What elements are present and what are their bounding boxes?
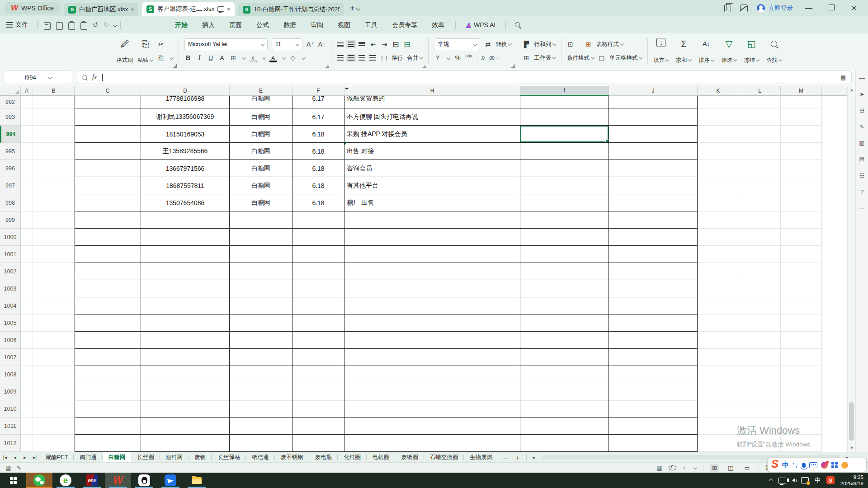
vertical-scrollbar[interactable]: ▲ ▼: [847, 86, 855, 452]
cell-K1005[interactable]: [698, 314, 739, 332]
strikethrough-button[interactable]: A: [218, 54, 226, 61]
sheet-tab-纸信通[interactable]: 纸信通: [246, 452, 275, 462]
align-center-icon[interactable]: [348, 55, 354, 61]
form-tool-icon[interactable]: ▤: [840, 74, 846, 81]
cell-K1012[interactable]: [698, 435, 739, 452]
taskbar-wechat[interactable]: [26, 473, 52, 488]
borders-button[interactable]: ⊞: [230, 54, 237, 61]
cell-B1004[interactable]: [33, 297, 75, 314]
cell-E1010[interactable]: [230, 400, 292, 418]
cell-I1005[interactable]: [520, 314, 609, 332]
cell-C1011[interactable]: [75, 418, 141, 435]
cell-M1010[interactable]: [781, 400, 822, 418]
cell-D1010[interactable]: [141, 400, 230, 418]
sidebar-help-icon[interactable]: ?: [860, 189, 863, 195]
sogou-ime-toolbar[interactable]: S 中 ’，: [768, 458, 866, 472]
cell-J1012[interactable]: [609, 435, 698, 452]
cell-C1000[interactable]: [75, 229, 141, 246]
cell-J1009[interactable]: [609, 383, 698, 400]
cell-C996[interactable]: [75, 160, 141, 177]
save-icon[interactable]: [44, 22, 51, 30]
ime-chinese-mode-icon[interactable]: 中: [782, 461, 789, 469]
tray-expand-icon[interactable]: [769, 478, 773, 483]
cell-I1007[interactable]: [520, 349, 609, 366]
cell-I994[interactable]: [520, 126, 609, 143]
cell-K996[interactable]: [698, 160, 739, 177]
cell-C998[interactable]: [75, 194, 141, 211]
cell-B1009[interactable]: [33, 383, 75, 400]
tab-视图[interactable]: 视图: [330, 16, 358, 33]
cut-icon[interactable]: ✂: [157, 41, 165, 48]
cell-F1001[interactable]: [292, 246, 344, 263]
cell-M993[interactable]: [781, 108, 822, 126]
column-header-F[interactable]: F◂▸: [292, 86, 344, 96]
more-sheets-button[interactable]: …: [498, 454, 511, 460]
row-header-1003[interactable]: 1003: [0, 280, 21, 297]
indent-decrease-icon[interactable]: ⇤: [369, 41, 377, 48]
cell-B1010[interactable]: [33, 400, 75, 418]
sheet-tab-废钢[interactable]: 废钢: [189, 452, 212, 462]
column-header-L[interactable]: L: [739, 86, 781, 96]
table-style-button[interactable]: 表格样式: [596, 41, 623, 48]
cell-J1010[interactable]: [609, 400, 698, 418]
cell-J998[interactable]: [609, 194, 698, 211]
cell-F995[interactable]: 6.18: [292, 143, 344, 160]
cell-I1001[interactable]: [520, 246, 609, 263]
new-tab-button[interactable]: +: [349, 3, 355, 14]
cell-K1006[interactable]: [698, 332, 739, 349]
document-tab[interactable]: S客户跟踪表-运二.xlsx: [142, 2, 235, 16]
increase-font-icon[interactable]: A⁺: [307, 41, 314, 48]
cell-A994[interactable]: [21, 126, 33, 143]
fill-handle[interactable]: [605, 139, 609, 143]
bold-button[interactable]: B: [184, 54, 192, 61]
sheet-tab-长丝驿站[interactable]: 长丝驿站: [212, 452, 246, 462]
cell-M1007[interactable]: [781, 349, 822, 366]
cell-J1007[interactable]: [609, 349, 698, 366]
cell-F1004[interactable]: [292, 297, 344, 314]
cell-D999[interactable]: [141, 211, 230, 229]
cell-L997[interactable]: [739, 177, 781, 194]
underline-button[interactable]: U: [207, 54, 214, 61]
cell-C999[interactable]: [75, 211, 141, 229]
cell-D1001[interactable]: [141, 246, 230, 263]
cell-D1003[interactable]: [141, 280, 230, 297]
cell-E1004[interactable]: [230, 297, 292, 314]
cell-D994[interactable]: 18150169053: [141, 126, 230, 143]
sheet-tab-废不锈钢[interactable]: 废不锈钢: [275, 452, 309, 462]
sidebar-panels-icon[interactable]: ⊟: [859, 108, 864, 114]
cell-D1009[interactable]: [141, 383, 230, 400]
cell-B998[interactable]: [33, 194, 75, 211]
cell-E994[interactable]: 白糖网: [230, 126, 292, 143]
cell-B1011[interactable]: [33, 418, 75, 435]
ribbon-search[interactable]: [509, 21, 525, 28]
cell-F994[interactable]: 6.18: [292, 126, 344, 143]
taskbar-file-explorer[interactable]: [184, 473, 210, 488]
cell-F1007[interactable]: [292, 349, 344, 366]
filter-button[interactable]: ▽ 筛选: [721, 38, 736, 64]
cell-M1000[interactable]: [781, 229, 822, 246]
cell-J1008[interactable]: [609, 366, 698, 383]
cell-E1007[interactable]: [230, 349, 292, 366]
currency-button[interactable]: ¥: [434, 54, 441, 61]
tab-list-chevron-icon[interactable]: [356, 6, 360, 10]
number-dialog-launcher[interactable]: [511, 64, 515, 68]
cell-M1006[interactable]: [781, 332, 822, 349]
cell-K1010[interactable]: [698, 400, 739, 418]
network-icon[interactable]: [778, 478, 786, 483]
tab-公式[interactable]: 公式: [249, 16, 276, 33]
cell-I1006[interactable]: [520, 332, 609, 349]
cell-I993[interactable]: [520, 108, 609, 126]
increase-decimal-button[interactable]: .00→: [488, 55, 499, 61]
cell-I1008[interactable]: [520, 366, 609, 383]
undo-icon[interactable]: ↺: [90, 21, 101, 29]
page-break-view-button[interactable]: ◫: [726, 464, 736, 472]
cell-L998[interactable]: [739, 194, 781, 211]
cell-K994[interactable]: [698, 126, 739, 143]
restore-button[interactable]: [825, 4, 838, 12]
row-header-1006[interactable]: 1006: [0, 332, 21, 349]
format-painter-button[interactable]: 🖉 格式刷: [117, 38, 133, 64]
taskbar-docs-bird[interactable]: [157, 473, 184, 488]
cell-C1005[interactable]: [75, 314, 141, 332]
normal-view-button[interactable]: ⊞: [710, 464, 719, 472]
taskbar-360-browser[interactable]: e: [52, 473, 79, 488]
